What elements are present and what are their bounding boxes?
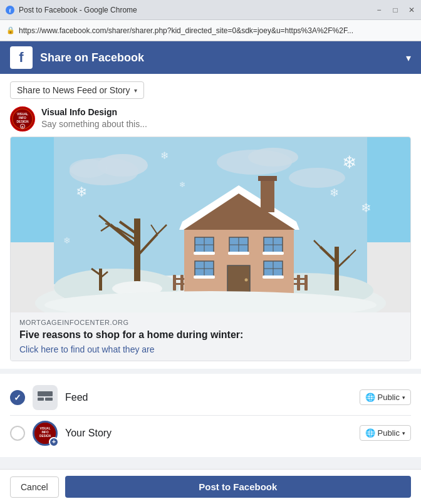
story-privacy-arrow-icon: ▾	[402, 430, 405, 436]
feed-icon	[33, 385, 58, 410]
feed-label: Feed	[65, 392, 352, 403]
svg-text:DESIGN: DESIGN	[39, 435, 51, 438]
svg-rect-40	[180, 275, 184, 291]
card-description-link[interactable]: Click here to find out what they are	[19, 344, 402, 354]
svg-text:❄: ❄	[63, 235, 71, 245]
svg-point-12	[70, 159, 107, 178]
user-avatar: VISUAL INFO DESIGN ⚙	[10, 106, 35, 131]
story-privacy-label: Public	[378, 428, 400, 438]
card-domain: MORTGAGEINFOCENTER.ORG	[19, 319, 402, 326]
globe-icon-story: 🌐	[365, 428, 375, 438]
winter-scene-svg: ❄ ❄ ❄ ❄ ❄ ❄ ❄	[11, 137, 410, 312]
cancel-button[interactable]: Cancel	[10, 476, 59, 498]
svg-text:❄: ❄	[160, 150, 169, 161]
share-destination-dropdown[interactable]: Share to News Feed or Story ▾	[10, 81, 144, 99]
svg-text:❄: ❄	[342, 153, 356, 172]
svg-rect-76	[194, 252, 215, 255]
svg-text:❄: ❄	[179, 180, 185, 189]
share-dialog-footer: Cancel Post to Facebook	[0, 469, 421, 504]
svg-text:INFO: INFO	[41, 431, 49, 434]
svg-rect-77	[228, 252, 249, 255]
close-button[interactable]: ✕	[407, 6, 416, 14]
share-dropdown-label: Share to News Feed or Story	[17, 85, 130, 95]
svg-rect-57	[258, 176, 277, 181]
svg-rect-39	[173, 275, 176, 291]
post-destinations: Feed 🌐 Public ▾ VISUAL INFO DESIGN + You…	[0, 374, 421, 457]
share-dialog-title: Share on Facebook	[40, 51, 398, 64]
svg-text:⚙: ⚙	[21, 125, 24, 128]
browser-addressbar: 🔒 https://www.facebook.com/sharer/sharer…	[0, 20, 421, 41]
user-compose-row: VISUAL INFO DESIGN ⚙ Visual Info Design	[10, 106, 411, 131]
svg-text:❄: ❄	[330, 187, 339, 199]
svg-point-74	[245, 279, 248, 282]
browser-title: Post to Facebook - Google Chrome	[19, 6, 375, 14]
svg-rect-89	[38, 391, 53, 396]
svg-text:VISUAL: VISUAL	[17, 113, 28, 116]
globe-icon: 🌐	[365, 393, 375, 402]
svg-rect-91	[45, 398, 53, 401]
restore-button[interactable]: □	[391, 6, 400, 14]
svg-rect-80	[262, 275, 284, 279]
section-divider	[0, 369, 421, 374]
feed-privacy-button[interactable]: 🌐 Public ▾	[360, 389, 411, 405]
svg-text:DESIGN: DESIGN	[17, 120, 29, 123]
lock-icon: 🔒	[6, 26, 15, 34]
share-dropdown-arrow-icon: ▾	[134, 87, 137, 94]
post-text-input[interactable]	[41, 119, 411, 129]
facebook-share-header: f Share on Facebook ▾	[0, 41, 421, 74]
story-plus-icon: +	[49, 437, 59, 447]
minimize-button[interactable]: −	[375, 6, 383, 14]
svg-point-14	[248, 148, 298, 167]
svg-rect-49	[297, 275, 300, 291]
address-url[interactable]: https://www.facebook.com/sharer/sharer.p…	[19, 26, 415, 35]
svg-rect-79	[194, 275, 215, 279]
card-title: Five reasons to shop for a home during w…	[19, 329, 402, 342]
card-text-area: MORTGAGEINFOCENTER.ORG Five reasons to s…	[11, 312, 410, 361]
card-image: ❄ ❄ ❄ ❄ ❄ ❄ ❄	[11, 137, 410, 312]
user-display-name: Visual Info Design	[41, 106, 411, 118]
feed-checkbox[interactable]	[10, 390, 25, 405]
svg-point-15	[289, 168, 345, 188]
post-to-facebook-button[interactable]: Post to Facebook	[65, 476, 411, 498]
browser-titlebar: f Post to Facebook - Google Chrome − □ ✕	[0, 0, 421, 20]
share-dialog-body: Share to News Feed or Story ▾ VISUAL INF…	[0, 74, 421, 369]
svg-rect-56	[261, 178, 274, 212]
header-chevron-icon[interactable]: ▾	[406, 52, 411, 64]
browser-window-controls: − □ ✕	[375, 6, 416, 14]
facebook-logo: f	[10, 46, 33, 69]
svg-text:❄: ❄	[76, 184, 87, 200]
svg-text:INFO: INFO	[19, 116, 26, 120]
user-compose-info: Visual Info Design	[41, 106, 411, 130]
feed-privacy-arrow-icon: ▾	[402, 394, 405, 401]
svg-rect-90	[38, 398, 44, 401]
story-destination-row: VISUAL INFO DESIGN + Your Story 🌐 Public…	[10, 416, 411, 451]
svg-rect-50	[304, 275, 308, 291]
story-privacy-button[interactable]: 🌐 Public ▾	[360, 425, 411, 441]
feed-destination-row: Feed 🌐 Public ▾	[10, 380, 411, 415]
feed-privacy-label: Public	[378, 393, 400, 402]
story-label: Your Story	[65, 428, 352, 439]
story-avatar-container: VISUAL INFO DESIGN +	[33, 421, 58, 446]
story-checkbox[interactable]	[10, 426, 25, 441]
link-card-preview: ❄ ❄ ❄ ❄ ❄ ❄ ❄ MORTGAGEINFOCENTER.ORG Fiv…	[10, 136, 411, 361]
svg-rect-36	[99, 269, 102, 291]
svg-rect-78	[262, 252, 284, 255]
svg-text:VISUAL: VISUAL	[39, 427, 50, 430]
browser-favicon-icon: f	[5, 5, 15, 15]
svg-text:❄: ❄	[361, 201, 372, 215]
